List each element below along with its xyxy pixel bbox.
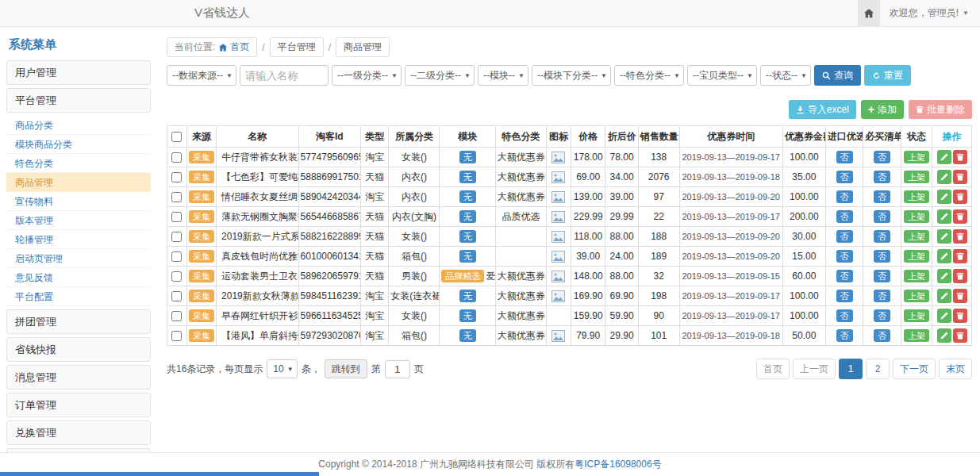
sidebar-group[interactable]: 用户管理 [6,60,151,85]
sidebar-group[interactable]: 消息管理 [6,365,151,390]
sidebar-item[interactable]: 意见反馈 [6,268,151,287]
sidebar-item[interactable]: 模块商品分类 [6,135,151,154]
filter-select[interactable]: --宝贝类型--▼ [687,65,757,86]
edit-button[interactable] [937,269,951,283]
cell-module: 无 [440,207,495,227]
sidebar-item[interactable]: 轮播管理 [6,230,151,249]
select-all-checkbox[interactable] [171,132,182,142]
row-checkbox[interactable] [171,311,182,321]
user-menu[interactable]: 欢迎您，管理员! ▼ [890,6,969,20]
home-button[interactable] [858,0,880,26]
page-link[interactable]: 首页 [756,359,790,379]
row-checkbox[interactable] [171,152,182,163]
cell-operations [932,167,972,187]
filter-select[interactable]: --特色分类--▼ [614,65,684,86]
reset-button[interactable]: 重置 [864,65,911,86]
edit-icon [940,193,948,201]
per-page-select[interactable]: 10 ▼ [267,359,297,378]
cell-price: 39.00 [571,247,605,267]
cell-source: 采集 [186,148,216,167]
sidebar-item[interactable]: 商品分类 [6,116,151,135]
row-checkbox[interactable] [171,251,182,262]
edit-button[interactable] [937,170,951,184]
chevron-down-icon: ▼ [287,361,294,378]
sidebar-group[interactable]: 兑换管理 [6,420,151,445]
edit-button[interactable] [937,328,951,343]
page-number-input[interactable] [385,360,410,378]
filter-select-value: --状态-- [766,70,797,81]
edit-button[interactable] [937,150,951,164]
sidebar-group[interactable]: 拼团管理 [6,309,151,334]
product-image-icon [551,171,565,183]
edit-button[interactable] [937,209,951,224]
module-badge: 无 [459,151,476,163]
sidebar-item[interactable]: 商品管理 [6,173,151,192]
table-row: 采集早春网红针织开衫女春...596611634525淘宝女装()无大额优惠券1… [167,306,972,326]
edit-button[interactable] [937,190,951,204]
cell-coupon-amount: 100.00 [782,286,825,306]
column-header: 特色分类 [495,126,546,148]
sidebar-group[interactable]: 订单管理 [6,393,151,417]
sidebar-group[interactable]: 省钱快报 [6,337,151,362]
sidebar-item[interactable]: 宣传物料 [6,192,151,211]
sidebar-item[interactable]: 平台配置 [6,287,151,306]
row-checkbox[interactable] [171,331,182,341]
row-checkbox[interactable] [171,192,182,202]
page-link[interactable]: 下一页 [893,359,936,379]
filter-select[interactable]: --一级分类--▼ [332,65,402,86]
filter-select[interactable]: --二级分类--▼ [405,65,475,86]
edit-button[interactable] [937,309,951,323]
pagination-summary: 共16条记录，每页显示 10 ▼ 条， 跳转到 第 页 [167,359,424,378]
cell-sales: 90 [638,306,679,326]
delete-button[interactable] [953,269,967,283]
icp-link[interactable]: 粤ICP备16098006号 [575,458,661,471]
sidebar-group[interactable]: 平台管理 [6,88,151,113]
page-link[interactable]: 1 [839,359,863,379]
name-filter-input[interactable] [240,65,329,86]
cell-source: 采集 [186,187,216,207]
filter-select[interactable]: --状态--▼ [760,65,811,86]
row-checkbox[interactable] [171,291,182,301]
cell-price: 148.00 [571,267,605,286]
cell-name: 牛仔背带裤女秋装减龄... [217,148,298,167]
page-link[interactable]: 2 [866,359,890,379]
row-checkbox[interactable] [171,232,182,242]
breadcrumb-item-platform[interactable]: 平台管理 [270,37,324,57]
breadcrumb-item-products[interactable]: 商品管理 [336,37,390,57]
row-checkbox[interactable] [171,172,182,182]
module-badge: 无 [459,171,476,183]
edit-button[interactable] [937,229,951,244]
search-button[interactable]: 查询 [814,65,861,86]
chevron-down-icon: ▼ [674,67,680,86]
sidebar-item[interactable]: 特色分类 [6,154,151,173]
import-excel-button[interactable]: 导入excel [789,100,856,119]
edit-icon [940,312,948,320]
cell-module: 无 [440,227,495,247]
delete-button[interactable] [953,209,967,224]
filter-select[interactable]: --模块下分类--▼ [532,65,611,86]
delete-button[interactable] [953,190,967,204]
filter-select[interactable]: --模块--▼ [478,65,528,86]
product-image-icon [551,271,565,282]
row-checkbox[interactable] [171,212,182,222]
delete-button[interactable] [953,309,967,323]
sidebar-item[interactable]: 启动页管理 [6,249,151,268]
delete-button[interactable] [953,229,967,244]
page-link[interactable]: 上一页 [793,359,836,379]
delete-button[interactable] [953,328,967,343]
delete-button[interactable] [953,150,967,164]
delete-button[interactable] [953,289,967,303]
sidebar-item[interactable]: 版本管理 [6,211,151,230]
edit-button[interactable] [937,249,951,263]
delete-button[interactable] [953,249,967,263]
page-link[interactable]: 末页 [939,359,972,379]
add-button[interactable]: + 添加 [861,100,904,119]
delete-button[interactable] [953,170,967,184]
row-checkbox[interactable] [171,271,182,282]
edit-button[interactable] [937,289,951,303]
cell-sales: 188 [638,227,679,247]
jump-button[interactable]: 跳转到 [325,359,367,378]
breadcrumb-home-link[interactable]: 首页 [218,40,249,54]
filter-select[interactable]: --数据来源--▼ [167,65,236,86]
batch-delete-button[interactable]: 批量删除 [909,100,972,119]
